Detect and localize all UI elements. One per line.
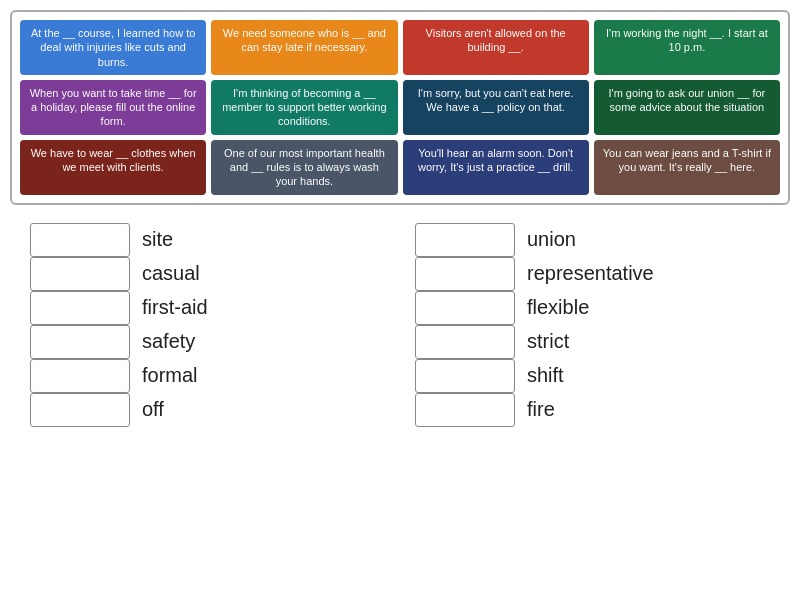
drop-box-w-formal[interactable] xyxy=(30,359,130,393)
word-label-w-firstaid: first-aid xyxy=(142,296,208,319)
word-row-w-casual: casual xyxy=(30,257,385,291)
card-4: I'm working the night __. I start at 10 … xyxy=(594,20,780,75)
card-1: At the __ course, I learned how to deal … xyxy=(20,20,206,75)
word-row-w-formal: formal xyxy=(30,359,385,393)
word-label-w-casual: casual xyxy=(142,262,200,285)
word-row-w-firstaid: first-aid xyxy=(30,291,385,325)
drop-box-w-union[interactable] xyxy=(415,223,515,257)
word-label-w-safety: safety xyxy=(142,330,195,353)
word-row-w-site: site xyxy=(30,223,385,257)
drop-box-w-off[interactable] xyxy=(30,393,130,427)
left-column: sitecasualfirst-aidsafetyformaloff xyxy=(30,223,385,427)
word-label-w-site: site xyxy=(142,228,173,251)
word-label-w-fire: fire xyxy=(527,398,555,421)
card-10: One of our most important health and __ … xyxy=(211,140,397,195)
word-row-w-shift: shift xyxy=(415,359,770,393)
card-12: You can wear jeans and a T-shirt if you … xyxy=(594,140,780,195)
word-label-w-union: union xyxy=(527,228,576,251)
word-label-w-shift: shift xyxy=(527,364,564,387)
drop-box-w-casual[interactable] xyxy=(30,257,130,291)
word-label-w-flexible: flexible xyxy=(527,296,589,319)
word-row-w-off: off xyxy=(30,393,385,427)
right-column: unionrepresentativeflexiblestrictshiftfi… xyxy=(415,223,770,427)
card-9: We have to wear __ clothes when we meet … xyxy=(20,140,206,195)
drop-box-w-strict[interactable] xyxy=(415,325,515,359)
card-8: I'm going to ask our union __ for some a… xyxy=(594,80,780,135)
card-11: You'll hear an alarm soon. Don't worry, … xyxy=(403,140,589,195)
drop-box-w-firstaid[interactable] xyxy=(30,291,130,325)
word-label-w-off: off xyxy=(142,398,164,421)
word-row-w-strict: strict xyxy=(415,325,770,359)
card-7: I'm sorry, but you can't eat here. We ha… xyxy=(403,80,589,135)
drop-box-w-safety[interactable] xyxy=(30,325,130,359)
word-row-w-fire: fire xyxy=(415,393,770,427)
word-row-w-flexible: flexible xyxy=(415,291,770,325)
word-row-w-representative: representative xyxy=(415,257,770,291)
word-label-w-strict: strict xyxy=(527,330,569,353)
words-section: sitecasualfirst-aidsafetyformaloff union… xyxy=(10,223,790,427)
drop-box-w-site[interactable] xyxy=(30,223,130,257)
card-2: We need someone who is __ and can stay l… xyxy=(211,20,397,75)
drop-box-w-fire[interactable] xyxy=(415,393,515,427)
word-label-w-representative: representative xyxy=(527,262,654,285)
word-label-w-formal: formal xyxy=(142,364,198,387)
sentence-board: At the __ course, I learned how to deal … xyxy=(10,10,790,205)
card-5: When you want to take time __ for a holi… xyxy=(20,80,206,135)
drop-box-w-representative[interactable] xyxy=(415,257,515,291)
drop-box-w-shift[interactable] xyxy=(415,359,515,393)
word-row-w-safety: safety xyxy=(30,325,385,359)
word-row-w-union: union xyxy=(415,223,770,257)
drop-box-w-flexible[interactable] xyxy=(415,291,515,325)
card-6: I'm thinking of becoming a __ member to … xyxy=(211,80,397,135)
card-3: Visitors aren't allowed on the building … xyxy=(403,20,589,75)
